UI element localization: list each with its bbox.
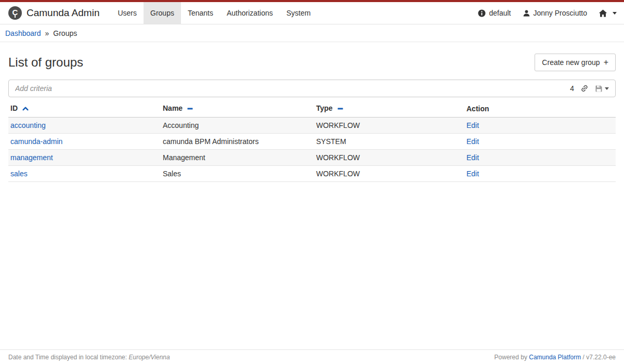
sort-ascending-icon xyxy=(22,105,29,113)
column-label: Type xyxy=(316,104,333,112)
group-id-link[interactable]: accounting xyxy=(10,121,46,129)
breadcrumb-dashboard-link[interactable]: Dashboard xyxy=(5,29,41,37)
column-header-type[interactable]: Type xyxy=(314,101,464,118)
groups-table: ID Name Type xyxy=(8,101,616,182)
app-brand[interactable]: C Camunda Admin xyxy=(0,2,111,24)
search-criteria-bar: 4 xyxy=(8,80,616,97)
user-menu[interactable]: Jonny Prosciutto xyxy=(523,9,588,17)
group-name: camunda BPM Administrators xyxy=(161,134,314,150)
main-nav: Users Groups Tenants Authorizations Syst… xyxy=(111,2,317,24)
camunda-platform-link[interactable]: Camunda Platform xyxy=(529,354,581,361)
table-row: sales Sales WORKFLOW Edit xyxy=(8,166,616,182)
save-icon xyxy=(595,85,603,93)
powered-by: Powered by Camunda Platform / v7.22.0-ee xyxy=(495,354,616,361)
powered-by-label: Powered by xyxy=(495,354,529,361)
nav-item-groups[interactable]: Groups xyxy=(144,2,181,24)
table-header-row: ID Name Type xyxy=(8,101,616,118)
group-name: Accounting xyxy=(161,118,314,134)
user-name: Jonny Prosciutto xyxy=(534,9,588,17)
group-id-link[interactable]: management xyxy=(10,153,53,162)
page-header: List of groups Create new group + xyxy=(8,54,616,71)
chevron-down-icon xyxy=(605,87,609,90)
search-tools: 4 xyxy=(570,84,609,93)
column-header-id[interactable]: ID xyxy=(8,101,161,118)
edit-group-link[interactable]: Edit xyxy=(466,121,479,129)
engine-selector[interactable]: default xyxy=(478,9,511,17)
create-new-group-button[interactable]: Create new group + xyxy=(535,54,616,71)
user-icon xyxy=(523,9,530,17)
plus-icon: + xyxy=(604,58,608,67)
top-navbar: C Camunda Admin Users Groups Tenants Aut… xyxy=(0,2,624,24)
camunda-logo-icon: C xyxy=(8,6,22,20)
group-type: WORKFLOW xyxy=(314,150,464,166)
navbar-right: default Jonny Prosciutto xyxy=(478,2,617,24)
info-circle-icon xyxy=(478,9,486,17)
copy-link-icon[interactable] xyxy=(580,84,589,93)
column-header-name[interactable]: Name xyxy=(161,101,314,118)
table-row: camunda-admin camunda BPM Administrators… xyxy=(8,134,616,150)
timezone-label: Date and Time displayed in local timezon… xyxy=(8,354,128,361)
breadcrumb-separator: » xyxy=(45,29,49,37)
nav-item-system[interactable]: System xyxy=(280,2,318,24)
group-id-link[interactable]: camunda-admin xyxy=(10,137,62,146)
column-label: Name xyxy=(163,104,183,112)
group-type: SYSTEM xyxy=(314,134,464,150)
breadcrumb: Dashboard » Groups xyxy=(0,24,624,42)
app-switcher[interactable] xyxy=(599,9,617,17)
column-label: Action xyxy=(466,105,489,113)
group-name: Sales xyxy=(161,166,314,182)
result-count: 4 xyxy=(570,84,574,93)
nav-item-users[interactable]: Users xyxy=(111,2,144,24)
edit-group-link[interactable]: Edit xyxy=(466,153,479,162)
sort-none-icon xyxy=(337,105,343,113)
table-row: management Management WORKFLOW Edit xyxy=(8,150,616,166)
engine-name: default xyxy=(489,9,511,17)
table-row: accounting Accounting WORKFLOW Edit xyxy=(8,118,616,134)
chevron-down-icon xyxy=(613,12,617,15)
group-type: WORKFLOW xyxy=(314,166,464,182)
column-header-action: Action xyxy=(464,101,616,118)
edit-group-link[interactable]: Edit xyxy=(466,170,479,178)
create-button-label: Create new group xyxy=(542,58,600,67)
save-filter-menu[interactable] xyxy=(595,85,609,93)
page-title: List of groups xyxy=(8,55,83,70)
sort-none-icon xyxy=(187,105,193,113)
search-input[interactable] xyxy=(15,84,570,93)
nav-item-tenants[interactable]: Tenants xyxy=(181,2,220,24)
home-icon xyxy=(599,9,607,17)
timezone-value: Europe/Vienna xyxy=(128,354,170,361)
breadcrumb-current: Groups xyxy=(53,29,77,37)
timezone-note: Date and Time displayed in local timezon… xyxy=(8,354,170,361)
edit-group-link[interactable]: Edit xyxy=(466,137,479,146)
column-label: ID xyxy=(10,104,18,112)
group-id-link[interactable]: sales xyxy=(10,170,28,178)
app-title: Camunda Admin xyxy=(27,7,99,19)
version-label: / v7.22.0-ee xyxy=(581,354,616,361)
main-content: List of groups Create new group + 4 xyxy=(0,54,624,182)
group-type: WORKFLOW xyxy=(314,118,464,134)
group-name: Management xyxy=(161,150,314,166)
nav-item-authorizations[interactable]: Authorizations xyxy=(220,2,280,24)
page-footer: Date and Time displayed in local timezon… xyxy=(0,349,624,364)
